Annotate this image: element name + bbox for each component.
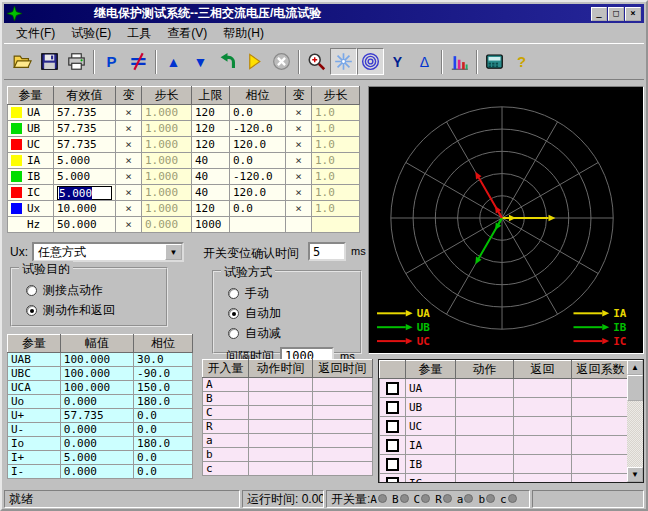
checkbox-unchecked-icon[interactable] bbox=[386, 401, 399, 414]
checkbox-cell[interactable] bbox=[380, 379, 406, 398]
vary2-cell[interactable] bbox=[286, 217, 312, 233]
vary2-cell[interactable]: × bbox=[286, 169, 312, 185]
device-button[interactable] bbox=[481, 48, 508, 75]
value-editbox[interactable]: 5.000 bbox=[57, 186, 112, 200]
vary2-cell[interactable]: × bbox=[286, 121, 312, 137]
step-cell[interactable]: 1.000 bbox=[142, 153, 192, 169]
step-cell[interactable]: 1.000 bbox=[142, 105, 192, 121]
checkbox-cell[interactable] bbox=[380, 455, 406, 474]
value-cell[interactable]: 5.000 bbox=[54, 185, 116, 201]
value-cell[interactable]: 10.000 bbox=[54, 201, 116, 217]
checkbox-cell[interactable] bbox=[380, 417, 406, 436]
vary-cell[interactable]: × bbox=[116, 169, 142, 185]
open-button[interactable] bbox=[9, 48, 36, 75]
test-mode-option-2[interactable]: 自动减 bbox=[228, 325, 360, 342]
ux-mode-select[interactable]: 任意方式 ▼ bbox=[32, 242, 184, 262]
close-button[interactable]: × bbox=[625, 7, 641, 21]
vary-cell[interactable]: × bbox=[116, 185, 142, 201]
test-purpose-option-0[interactable]: 测接点动作 bbox=[26, 282, 166, 299]
vary2-cell[interactable]: × bbox=[286, 201, 312, 217]
step-cell[interactable]: 1.000 bbox=[142, 201, 192, 217]
step-cell[interactable]: 0.000 bbox=[142, 217, 192, 233]
phase-cell[interactable]: -120.0 bbox=[230, 121, 286, 137]
scrollbar[interactable]: ▲ ▼ bbox=[627, 360, 643, 482]
test-mode-option-1[interactable]: 自动加 bbox=[228, 305, 360, 322]
value-cell[interactable]: 57.735 bbox=[54, 105, 116, 121]
maximize-button[interactable]: □ bbox=[608, 7, 624, 21]
phase-cell[interactable] bbox=[230, 217, 286, 233]
print-button[interactable] bbox=[63, 48, 90, 75]
lower-button[interactable]: ▼ bbox=[187, 48, 214, 75]
scrollbar-track[interactable] bbox=[627, 401, 643, 467]
vector-display-button[interactable] bbox=[330, 48, 357, 75]
step-cell[interactable]: 1.000 bbox=[142, 121, 192, 137]
vary2-cell[interactable]: × bbox=[286, 137, 312, 153]
menu-item-4[interactable]: 帮助(H) bbox=[215, 23, 272, 44]
step2-cell[interactable]: 1.0 bbox=[312, 121, 360, 137]
value-cell[interactable]: 50.000 bbox=[54, 217, 116, 233]
step-cell[interactable]: 1.000 bbox=[142, 169, 192, 185]
step2-cell[interactable]: 1.0 bbox=[312, 169, 360, 185]
phase-cell[interactable]: 0.0 bbox=[230, 105, 286, 121]
step2-cell[interactable]: 1.0 bbox=[312, 105, 360, 121]
help-button[interactable]: ? bbox=[508, 48, 535, 75]
limit-cell[interactable]: 120 bbox=[192, 201, 230, 217]
save-button[interactable] bbox=[36, 48, 63, 75]
zoom-button[interactable] bbox=[303, 48, 330, 75]
menu-item-0[interactable]: 文件(F) bbox=[8, 23, 63, 44]
limit-cell[interactable]: 120 bbox=[192, 137, 230, 153]
step2-cell[interactable]: 1.0 bbox=[312, 185, 360, 201]
vary2-cell[interactable]: × bbox=[286, 105, 312, 121]
checkbox-unchecked-icon[interactable] bbox=[386, 382, 399, 395]
checkbox-unchecked-icon[interactable] bbox=[386, 477, 399, 484]
vary-cell[interactable]: × bbox=[116, 153, 142, 169]
stop-button[interactable] bbox=[268, 48, 295, 75]
step2-cell[interactable] bbox=[312, 217, 360, 233]
limit-cell[interactable]: 120 bbox=[192, 105, 230, 121]
step-cell[interactable]: 1.000 bbox=[142, 137, 192, 153]
raise-button[interactable]: ▲ bbox=[160, 48, 187, 75]
limit-cell[interactable]: 40 bbox=[192, 153, 230, 169]
polar-display-button[interactable] bbox=[357, 48, 384, 75]
bar-chart-button[interactable] bbox=[446, 48, 473, 75]
scroll-down-icon[interactable]: ▼ bbox=[627, 467, 643, 482]
limit-cell[interactable]: 120 bbox=[192, 121, 230, 137]
checkbox-unchecked-icon[interactable] bbox=[386, 458, 399, 471]
menu-item-3[interactable]: 查看(V) bbox=[159, 23, 215, 44]
delta-button[interactable]: Δ bbox=[411, 48, 438, 75]
checkbox-cell[interactable] bbox=[380, 474, 406, 484]
confirm-time-input[interactable] bbox=[308, 242, 346, 261]
vary2-cell[interactable]: × bbox=[286, 185, 312, 201]
step2-cell[interactable]: 1.0 bbox=[312, 201, 360, 217]
value-cell[interactable]: 5.000 bbox=[54, 169, 116, 185]
checkbox-unchecked-icon[interactable] bbox=[386, 439, 399, 452]
checkbox-unchecked-icon[interactable] bbox=[386, 420, 399, 433]
step-cell[interactable]: 1.000 bbox=[142, 185, 192, 201]
scrollbar-thumb[interactable] bbox=[627, 375, 643, 401]
value-cell[interactable]: 57.735 bbox=[54, 121, 116, 137]
phase-cell[interactable]: -120.0 bbox=[230, 169, 286, 185]
vary-cell[interactable]: × bbox=[116, 201, 142, 217]
chevron-down-icon[interactable]: ▼ bbox=[165, 244, 182, 260]
scroll-up-icon[interactable]: ▲ bbox=[627, 360, 643, 375]
menu-item-2[interactable]: 工具 bbox=[119, 23, 159, 44]
p-marker-button[interactable]: P bbox=[98, 48, 125, 75]
phase-cell[interactable]: 120.0 bbox=[230, 185, 286, 201]
wye-button[interactable]: Y bbox=[384, 48, 411, 75]
limit-cell[interactable]: 40 bbox=[192, 169, 230, 185]
checkbox-cell[interactable] bbox=[380, 398, 406, 417]
vary-cell[interactable]: × bbox=[116, 137, 142, 153]
step2-cell[interactable]: 1.0 bbox=[312, 137, 360, 153]
vary-cell[interactable]: × bbox=[116, 217, 142, 233]
radio-unchecked-icon[interactable] bbox=[228, 328, 239, 339]
phase-cell[interactable]: 120.0 bbox=[230, 137, 286, 153]
checkbox-cell[interactable] bbox=[380, 436, 406, 455]
radio-unchecked-icon[interactable] bbox=[228, 288, 239, 299]
short-circuit-button[interactable] bbox=[125, 48, 152, 75]
vary2-cell[interactable]: × bbox=[286, 153, 312, 169]
test-mode-option-0[interactable]: 手动 bbox=[228, 285, 360, 302]
test-purpose-option-1[interactable]: 测动作和返回 bbox=[26, 302, 166, 319]
vary-cell[interactable]: × bbox=[116, 121, 142, 137]
radio-checked-icon[interactable] bbox=[228, 308, 239, 319]
minimize-button[interactable]: _ bbox=[591, 7, 607, 21]
